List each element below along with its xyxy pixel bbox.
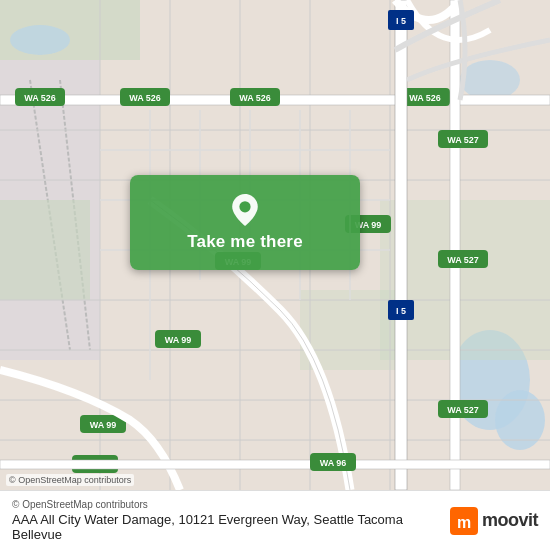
- svg-text:m: m: [457, 514, 471, 531]
- svg-point-9: [460, 60, 520, 100]
- svg-point-6: [10, 25, 70, 55]
- svg-point-8: [495, 390, 545, 450]
- moovit-text: moovit: [482, 510, 538, 531]
- svg-text:WA 527: WA 527: [447, 405, 479, 415]
- svg-text:WA 96: WA 96: [320, 458, 347, 468]
- svg-text:WA 527: WA 527: [447, 255, 479, 265]
- svg-point-65: [239, 201, 250, 212]
- osm-credit: © OpenStreetMap contributors: [12, 499, 450, 510]
- address-label: AAA All City Water Damage, 10121 Evergre…: [12, 512, 450, 542]
- svg-rect-5: [0, 200, 90, 300]
- svg-text:WA 527: WA 527: [447, 135, 479, 145]
- map-attribution: © OpenStreetMap contributors: [6, 474, 134, 486]
- take-me-there-button[interactable]: Take me there: [130, 175, 360, 270]
- svg-text:I 5: I 5: [396, 306, 406, 316]
- svg-text:WA 99: WA 99: [90, 420, 117, 430]
- bottom-bar: © OpenStreetMap contributors AAA All Cit…: [0, 490, 550, 550]
- take-me-there-label: Take me there: [187, 232, 303, 252]
- moovit-icon: m: [450, 507, 478, 535]
- svg-text:WA 526: WA 526: [409, 93, 441, 103]
- svg-text:WA 526: WA 526: [129, 93, 161, 103]
- location-pin-icon: [229, 194, 261, 226]
- bottom-info: © OpenStreetMap contributors AAA All Cit…: [12, 499, 450, 542]
- svg-rect-39: [395, 0, 407, 490]
- svg-text:WA 99: WA 99: [165, 335, 192, 345]
- moovit-logo: m moovit: [450, 507, 538, 535]
- svg-text:WA 526: WA 526: [239, 93, 271, 103]
- svg-text:I 5: I 5: [396, 16, 406, 26]
- map-container: WA 526 WA 526 WA 526 WA 526 WA 527 WA 52…: [0, 0, 550, 490]
- svg-rect-54: [0, 460, 550, 469]
- svg-text:WA 526: WA 526: [24, 93, 56, 103]
